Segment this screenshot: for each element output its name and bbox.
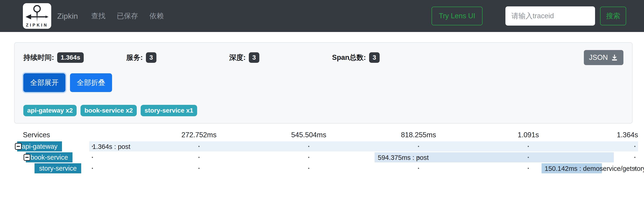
- traceid-search-input[interactable]: [506, 6, 595, 25]
- grid-dot: [198, 157, 200, 158]
- grid-dot: [528, 168, 529, 169]
- stat-duration-value: 1.364s: [57, 52, 84, 63]
- service-label[interactable]: story-service: [34, 163, 81, 173]
- grid-dot: [198, 146, 200, 147]
- service-badge-story-service[interactable]: story-service x1: [141, 105, 197, 116]
- grid-dot: [92, 146, 93, 147]
- collapse-toggle-icon[interactable]: [15, 143, 22, 150]
- nav-link-dependencies[interactable]: 依赖: [150, 11, 164, 21]
- stat-services-value: 3: [146, 52, 156, 63]
- timeline-header: Services 272.752ms545.504ms818.255ms1.09…: [14, 130, 638, 140]
- tick-label: 1.091s: [518, 131, 539, 139]
- row-timeline: 594.375ms : post: [89, 152, 638, 162]
- trace-summary-card: 持续时间: 1.364s 服务: 3 深度: 3 Span总数: 3 JSON …: [14, 42, 632, 124]
- grid-dot: [418, 168, 419, 169]
- trace-row: story-service150.142ms : demoservice/get…: [14, 163, 638, 173]
- service-badges-row: api-gateway x2 book-service x2 story-ser…: [23, 105, 624, 116]
- service-label[interactable]: book-service: [26, 152, 72, 162]
- grid-dot: [634, 168, 635, 169]
- span-bar-label: 150.142ms : demoservice/getstory: [545, 163, 644, 173]
- stat-services: 服务: 3: [126, 52, 229, 63]
- grid-dot: [308, 157, 310, 158]
- trace-row: api-gateway1.364s : post: [14, 141, 638, 151]
- tick-label: 272.752ms: [181, 131, 216, 139]
- expand-controls: 全部展开 全部折叠: [23, 73, 624, 92]
- svg-text:ZIPKIN: ZIPKIN: [26, 23, 48, 27]
- stat-depth: 深度: 3: [229, 52, 332, 63]
- grid-dot: [418, 146, 419, 147]
- try-lens-ui-button[interactable]: Try Lens UI: [432, 7, 482, 25]
- stat-total-spans-value: 3: [369, 52, 380, 63]
- nav-links: 查找 已保存 依赖: [91, 11, 175, 21]
- service-tree-cell: story-service: [14, 163, 89, 173]
- trace-row: book-service594.375ms : post: [14, 152, 638, 162]
- trace-rows: api-gateway1.364s : postbook-service594.…: [14, 141, 638, 173]
- timeline-ticks: 272.752ms545.504ms818.255ms1.091s1.364s: [89, 130, 638, 140]
- grid-dot: [92, 168, 93, 169]
- tick-label: 1.364s: [617, 131, 638, 139]
- grid-dot: [418, 157, 419, 158]
- grid-dot: [528, 157, 529, 158]
- grid-dot: [308, 168, 310, 169]
- span-bar-label: 1.364s : post: [92, 141, 130, 151]
- zipkin-logo[interactable]: ZIPKIN: [23, 3, 51, 29]
- search-button[interactable]: 搜索: [600, 7, 626, 25]
- grid-dot: [528, 146, 529, 147]
- brand-title[interactable]: Zipkin: [57, 12, 78, 20]
- stat-duration: 持续时间: 1.364s: [23, 52, 126, 63]
- stat-total-spans-label: Span总数:: [332, 53, 366, 62]
- stat-services-label: 服务:: [126, 53, 143, 62]
- service-tree-cell: book-service: [14, 152, 89, 162]
- grid-dot: [92, 157, 93, 158]
- expand-all-button[interactable]: 全部展开: [23, 73, 66, 92]
- collapse-all-button[interactable]: 全部折叠: [70, 73, 112, 92]
- tick-label: 818.255ms: [401, 131, 436, 139]
- row-timeline: 1.364s : post: [89, 141, 638, 151]
- json-download-button[interactable]: JSON: [584, 50, 624, 65]
- tick-label: 545.504ms: [291, 131, 326, 139]
- zipkin-pin-icon: ZIPKIN: [24, 4, 50, 28]
- grid-dot: [198, 168, 200, 169]
- trace-timeline: Services 272.752ms545.504ms818.255ms1.09…: [14, 130, 638, 173]
- span-bar-label: 594.375ms : post: [378, 152, 428, 162]
- stat-duration-label: 持续时间:: [23, 53, 54, 62]
- stat-depth-label: 深度:: [229, 53, 246, 62]
- json-button-label: JSON: [589, 53, 608, 62]
- stat-total-spans: Span总数: 3: [332, 52, 435, 63]
- navbar: ZIPKIN Zipkin 查找 已保存 依赖 Try Lens UI 搜索: [0, 0, 644, 32]
- service-badge-api-gateway[interactable]: api-gateway x2: [23, 105, 76, 116]
- stat-depth-value: 3: [249, 52, 259, 63]
- grid-dot: [634, 146, 635, 147]
- nav-link-find[interactable]: 查找: [91, 11, 106, 21]
- service-badge-book-service[interactable]: book-service x2: [80, 105, 137, 116]
- grid-dot: [634, 157, 635, 158]
- service-tree-cell: api-gateway: [14, 141, 89, 151]
- services-column-header: Services: [23, 131, 50, 139]
- service-label[interactable]: api-gateway: [17, 141, 62, 151]
- trace-stats-row: 持续时间: 1.364s 服务: 3 深度: 3 Span总数: 3 JSON: [23, 50, 624, 65]
- grid-dot: [308, 146, 310, 147]
- nav-link-saved[interactable]: 已保存: [117, 11, 138, 21]
- row-timeline: 150.142ms : demoservice/getstory: [89, 163, 638, 173]
- collapse-toggle-icon[interactable]: [24, 154, 30, 161]
- span-bar[interactable]: [89, 141, 638, 151]
- download-icon: [610, 54, 618, 61]
